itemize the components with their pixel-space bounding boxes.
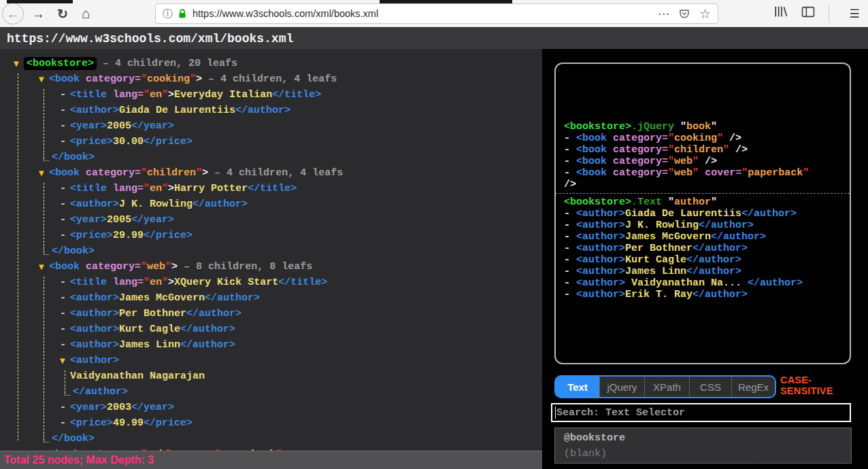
tree-node-row[interactable]: -<author>Kurt Cagle</author>	[0, 324, 542, 339]
address-bar[interactable]: ⓘ https://www.w3schools.com/xml/books.xm…	[155, 3, 718, 24]
code-segment: "	[141, 261, 147, 273]
tab-text[interactable]: Text	[556, 377, 599, 397]
tree-node-row[interactable]: </book>	[0, 245, 542, 261]
search-input[interactable]	[552, 404, 850, 421]
leaf-dash-marker: -	[60, 339, 70, 351]
code-segment: book	[686, 121, 711, 133]
leaf-dash-marker: -	[60, 214, 70, 226]
tree-node-row[interactable]: ▼<book category="web"> – 8 children, 8 l…	[0, 261, 542, 277]
tree-node-row[interactable]: -<price>30.00</price>	[0, 136, 542, 152]
tree-node-row[interactable]: -<price>49.99</price>	[0, 417, 542, 433]
tree-node-row[interactable]: -<year>2005</year>	[0, 214, 542, 230]
code-segment: </author>	[711, 231, 766, 243]
expander-triangle-icon[interactable]: ▼	[39, 263, 49, 271]
search-box	[551, 403, 851, 422]
tab-css[interactable]: CSS	[689, 377, 731, 397]
tree-node-row[interactable]: -<author>James McGovern</author>	[0, 292, 542, 308]
result-line: - <book category="cooking" />	[564, 133, 841, 144]
code-segment: <year>	[70, 120, 107, 132]
code-segment: .jQuery	[631, 121, 680, 133]
url-text[interactable]: https://www.w3schools.com/xml/books.xml	[193, 8, 658, 19]
result-line: - <author>James Linn</author>	[564, 266, 841, 277]
code-segment: -	[564, 133, 576, 144]
code-segment	[699, 167, 705, 179]
tree-node-row[interactable]: </book>	[0, 433, 542, 449]
expander-triangle-icon[interactable]: ▼	[60, 357, 70, 364]
code-segment: <title	[70, 89, 113, 101]
tree-node-row[interactable]: ▼<author>	[0, 355, 542, 370]
tree-node-row[interactable]: -<title lang="en">Everyday Italian</titl…	[0, 89, 542, 105]
code-segment: </price>	[144, 230, 193, 241]
tree-node-row[interactable]: -<author>James Linn</author>	[0, 339, 542, 355]
tree-node-row[interactable]: -<author>J K. Rowling</author>	[0, 198, 542, 214]
forward-button[interactable]: →	[27, 3, 49, 24]
code-segment: <year>	[70, 214, 107, 226]
result-line: - <author>Giada De Laurentiis</author>	[564, 208, 841, 220]
code-segment: lang	[113, 89, 137, 101]
code-segment: -	[564, 144, 576, 156]
code-segment: <author>	[70, 324, 119, 335]
tab-regex[interactable]: RegEx	[731, 377, 775, 397]
code-segment: "	[144, 277, 150, 288]
tree-node-row[interactable]: ▼<book category="children"> – 4 children…	[0, 167, 542, 183]
code-segment: Per Bothner	[625, 243, 692, 254]
code-segment: />	[723, 133, 741, 144]
code-segment: category	[613, 156, 662, 167]
leaf-dash-marker: -	[60, 105, 70, 116]
tree-node-row[interactable]: -<author>Per Bothner</author>	[0, 308, 542, 324]
library-icon[interactable]	[774, 5, 788, 20]
home-button[interactable]: ⌂	[75, 3, 97, 24]
code-segment: Kurt Cagle	[119, 324, 180, 335]
back-button[interactable]: ←	[2, 3, 24, 24]
tree-node-row[interactable]: -<year>2005</year>	[0, 120, 542, 136]
query-line: <bookstore>.jQuery "book"	[564, 121, 841, 133]
result-line: - <book category="web" cover="paperback"	[564, 167, 841, 179]
results-box: <bookstore>.jQuery "book"- <book categor…	[554, 63, 851, 364]
browser-toolbar: ← → ↻ ⌂ ⓘ https://www.w3schools.com/xml/…	[0, 0, 868, 27]
leaf-dash-marker: -	[60, 89, 70, 101]
code-segment: =	[137, 183, 144, 194]
tree-node-row[interactable]: -<title lang="en">XQuery Kick Start</tit…	[0, 277, 542, 292]
code-segment: Vaidyanathan Na...	[625, 277, 748, 289]
code-segment: "	[668, 133, 674, 144]
bookmark-star-icon[interactable]: ☆	[699, 6, 711, 22]
tree-node-row[interactable]: ▼<book category="cooking"> – 4 children,…	[0, 73, 542, 89]
leaf-dash-marker: -	[60, 136, 70, 147]
dropdown-item[interactable]: @bookstore	[564, 430, 851, 446]
expander-triangle-icon[interactable]: ▼	[39, 75, 49, 83]
sidebar-toggle-icon[interactable]	[801, 6, 815, 20]
expander-triangle-icon[interactable]: ▼	[14, 60, 24, 67]
code-segment: "	[144, 183, 150, 194]
page-actions-icon[interactable]: ⋯	[658, 7, 669, 21]
close-tag-corner	[44, 153, 49, 161]
tree-node-row[interactable]: </author>	[0, 386, 542, 402]
code-segment: 30.00	[113, 136, 144, 147]
code-segment: <author>	[576, 254, 625, 266]
page-info-icon[interactable]: ⓘ	[163, 7, 173, 20]
code-segment: <author>	[576, 289, 625, 300]
tab-xpath[interactable]: XPath	[644, 377, 689, 397]
code-segment: <price>	[70, 230, 113, 241]
code-segment: <author>	[70, 105, 119, 116]
menu-button[interactable]: ☰	[844, 3, 865, 24]
tab-jquery[interactable]: jQuery	[599, 377, 644, 397]
leaf-dash-marker: -	[60, 308, 70, 319]
tree-node-row[interactable]: Vaidyanathan Nagarajan	[0, 370, 542, 386]
code-segment: 2005	[107, 120, 131, 132]
tree-node-row[interactable]: -<year>2003</year>	[0, 402, 542, 417]
tree-node-row[interactable]: ▼<bookstore> – 4 children, 20 leafs	[0, 58, 542, 73]
code-segment: category	[86, 167, 135, 179]
tree-node-row[interactable]: </book>	[0, 152, 542, 167]
tree-node-row[interactable]: -<author>Giada De Laurentiis</author>	[0, 105, 542, 120]
result-line: - <author>Per Bothner</author>	[564, 243, 841, 254]
code-segment: "	[723, 144, 729, 156]
tree-node-row[interactable]: -<title lang="en">Harry Potter</title>	[0, 183, 542, 198]
code-segment: cooking	[147, 73, 190, 85]
pocket-icon[interactable]	[679, 8, 690, 19]
dropdown-item[interactable]: (blank)	[564, 446, 851, 462]
code-segment: "	[711, 196, 717, 208]
expander-triangle-icon[interactable]: ▼	[39, 169, 49, 177]
tree-node-row[interactable]: -<price>29.99</price>	[0, 230, 542, 245]
code-segment: <bookstore>	[564, 121, 631, 133]
reload-button[interactable]: ↻	[52, 3, 73, 24]
